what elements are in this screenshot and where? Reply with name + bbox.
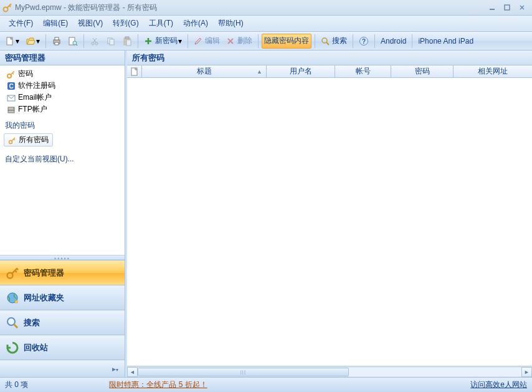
menu-action[interactable]: 动作(A): [178, 16, 213, 31]
sidebar-fill: [0, 171, 125, 255]
nav-pane-search[interactable]: 搜索: [0, 310, 125, 335]
pill-row: 所有密码: [0, 132, 125, 150]
toolbar-separator: [353, 34, 353, 48]
col-username[interactable]: 用户名: [267, 65, 335, 77]
maximize-button[interactable]: [500, 2, 515, 13]
print-button[interactable]: [49, 34, 64, 49]
status-count: 共 0 项: [5, 380, 28, 390]
iphone-ipad-button[interactable]: iPhone And iPad: [416, 34, 476, 49]
nav-panes: 密码管理器 网址收藏夹 搜索 回收站: [0, 260, 125, 360]
toolbar-separator: [138, 34, 138, 48]
status-site-link[interactable]: 访问高效e人网站: [470, 380, 527, 390]
sidebar-header: 密码管理器: [0, 50, 125, 65]
nav-pane-manager[interactable]: 密码管理器: [0, 260, 125, 285]
menu-goto[interactable]: 转到(G): [108, 16, 143, 31]
svg-rect-2: [505, 5, 510, 10]
col-account[interactable]: 帐号: [335, 65, 391, 77]
svg-point-16: [322, 38, 327, 43]
hide-password-button[interactable]: 隐藏密码内容: [262, 34, 311, 49]
nav-splitter[interactable]: •••••: [0, 255, 125, 260]
delete-button[interactable]: 删除: [224, 34, 255, 49]
all-passwords-pill[interactable]: 所有密码: [4, 133, 53, 146]
toolbar: ▾ ▾ 新密码▾ 编辑 删除 隐藏密码内容 搜索 ? Android iPhon…: [0, 32, 532, 50]
svg-point-9: [92, 42, 94, 45]
ftp-icon: [6, 105, 16, 115]
nav-pane-recycle[interactable]: 回收站: [0, 335, 125, 360]
menu-edit[interactable]: 编辑(E): [38, 16, 73, 31]
dropdown-icon: ▾: [15, 37, 19, 45]
new-password-button[interactable]: 新密码▾: [141, 34, 184, 49]
my-password-label: 我的密码: [0, 118, 125, 132]
dropdown-icon: ▾: [36, 37, 40, 45]
menu-bar: 文件(F) 编辑(E) 视图(V) 转到(G) 工具(T) 动作(A) 帮助(H…: [0, 16, 532, 32]
svg-rect-5: [55, 37, 59, 40]
status-promo-link[interactable]: 限时特惠：全线产品 5 折起！: [109, 380, 207, 390]
toolbar-separator: [374, 34, 375, 48]
col-url[interactable]: 相关网址: [454, 65, 532, 77]
cut-button[interactable]: [87, 34, 102, 49]
svg-rect-12: [110, 39, 114, 45]
content-header: 所有密码: [127, 50, 532, 65]
svg-rect-6: [55, 42, 59, 45]
android-button[interactable]: Android: [378, 34, 409, 49]
tree-item-software[interactable]: C软件注册码: [1, 80, 123, 92]
toolbar-separator: [83, 34, 84, 48]
menu-file[interactable]: 文件(F): [4, 16, 38, 31]
sidebar: 密码管理器 密码 C软件注册码 Email帐户 FTP帐户 我的密码 所有密码 …: [0, 50, 125, 377]
nav-strip: ▸▾: [0, 360, 125, 377]
software-icon: C: [6, 81, 16, 91]
custom-view-link[interactable]: 自定义当前视图(U)...: [0, 150, 125, 171]
minimize-button[interactable]: [485, 2, 500, 13]
globe-icon: [5, 290, 20, 305]
sort-asc-icon: ▲: [257, 69, 262, 75]
svg-rect-24: [8, 110, 14, 113]
svg-rect-1: [490, 9, 495, 10]
paste-button[interactable]: [120, 34, 135, 49]
nav-pane-favorites[interactable]: 网址收藏夹: [0, 285, 125, 310]
open-file-button[interactable]: ▾: [23, 34, 42, 49]
search-icon: [5, 315, 20, 330]
scroll-track[interactable]: |||: [138, 367, 521, 377]
search-button[interactable]: 搜索: [318, 34, 349, 49]
tree-item-password[interactable]: 密码: [1, 68, 123, 80]
new-file-button[interactable]: ▾: [2, 34, 22, 49]
svg-point-10: [95, 42, 98, 45]
menu-tools[interactable]: 工具(T): [144, 16, 178, 31]
help-button[interactable]: ?: [356, 34, 371, 49]
nav-config-button[interactable]: ▸▾: [110, 363, 121, 375]
dropdown-icon: ▾: [178, 37, 182, 45]
toolbar-separator: [258, 34, 259, 48]
scroll-right-button[interactable]: ►: [521, 367, 532, 377]
edit-button[interactable]: 编辑: [191, 34, 222, 49]
copy-button[interactable]: [103, 34, 118, 49]
app-key-icon: [2, 2, 12, 12]
window-title: MyPwd.epmw - 效能密码管理器 - 所有密码: [15, 2, 485, 13]
horizontal-scrollbar[interactable]: ◄ ||| ►: [127, 366, 532, 377]
toolbar-separator: [412, 34, 412, 48]
category-tree: 密码 C软件注册码 Email帐户 FTP帐户: [0, 65, 125, 118]
scroll-thumb[interactable]: |||: [138, 368, 349, 376]
menu-view[interactable]: 视图(V): [73, 16, 108, 31]
toolbar-separator: [188, 34, 188, 48]
document-icon: [131, 67, 138, 76]
print-preview-button[interactable]: [65, 34, 80, 49]
recycle-icon: [5, 340, 20, 355]
svg-text:C: C: [9, 83, 13, 90]
tree-item-ftp[interactable]: FTP帐户: [1, 103, 123, 115]
email-icon: [6, 93, 16, 103]
content-area: 所有密码 标题▲ 用户名 帐号 密码 相关网址 ◄ ||| ►: [125, 50, 532, 377]
menu-help[interactable]: 帮助(H): [213, 16, 249, 31]
svg-point-26: [9, 140, 12, 143]
grid-body[interactable]: [127, 78, 532, 366]
scroll-left-button[interactable]: ◄: [127, 367, 138, 377]
close-button[interactable]: [515, 2, 530, 13]
col-password[interactable]: 密码: [391, 65, 454, 77]
grid-header: 标题▲ 用户名 帐号 密码 相关网址: [127, 65, 532, 78]
col-title[interactable]: 标题▲: [142, 65, 267, 77]
key-icon: [6, 69, 16, 79]
col-icon[interactable]: [127, 65, 142, 77]
tree-item-email[interactable]: Email帐户: [1, 92, 123, 103]
svg-rect-14: [125, 37, 129, 39]
toolbar-separator: [45, 34, 46, 48]
toolbar-separator: [315, 34, 315, 48]
